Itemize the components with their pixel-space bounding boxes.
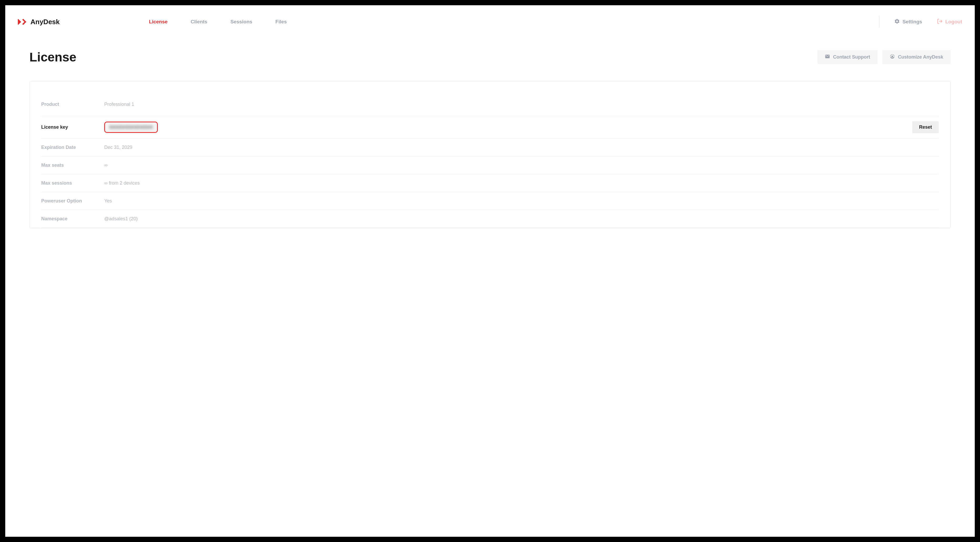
page-head: License Contact Support Customize AnyDes… (29, 50, 951, 64)
nav-logout[interactable]: Logout (937, 18, 962, 25)
topbar: AnyDesk License Clients Sessions Files S… (5, 5, 975, 34)
value-license-key: XXXXXXXXXXXXXX (104, 122, 912, 133)
page-title: License (29, 50, 76, 64)
label-namespace: Namespace (41, 216, 104, 222)
row-namespace: Namespace @adsales1 (20) (41, 210, 939, 228)
nav-sessions[interactable]: Sessions (230, 19, 252, 25)
row-poweruser: Poweruser Option Yes (41, 192, 939, 210)
row-license-key: License key XXXXXXXXXXXXXX Reset (41, 116, 939, 139)
settings-label: Settings (902, 19, 922, 25)
gear-icon (894, 18, 900, 25)
brand-name: AnyDesk (30, 18, 60, 26)
mail-icon (825, 54, 830, 60)
license-card: Product Professional 1 License key XXXXX… (29, 81, 951, 228)
anydesk-logo-icon (18, 18, 29, 25)
logo[interactable]: AnyDesk (18, 18, 60, 26)
contact-support-label: Contact Support (833, 54, 870, 60)
svg-rect-0 (18, 19, 21, 25)
value-max-seats: ∞ (104, 162, 939, 168)
customize-label: Customize AnyDesk (898, 54, 943, 60)
value-namespace: @adsales1 (20) (104, 216, 939, 222)
label-expiration: Expiration Date (41, 145, 104, 150)
customize-anydesk-button[interactable]: Customize AnyDesk (882, 50, 951, 64)
main-nav: License Clients Sessions Files (149, 19, 287, 25)
label-poweruser: Poweruser Option (41, 198, 104, 204)
page-actions: Contact Support Customize AnyDesk (818, 50, 951, 64)
nav-files[interactable]: Files (275, 19, 287, 25)
nav-divider (879, 16, 880, 28)
row-expiration: Expiration Date Dec 31, 2029 (41, 139, 939, 156)
label-max-sessions: Max sessions (41, 180, 104, 186)
label-license-key: License key (41, 124, 104, 130)
customize-icon (890, 54, 895, 60)
label-max-seats: Max seats (41, 162, 104, 168)
reset-button[interactable]: Reset (912, 121, 939, 133)
label-product: Product (41, 102, 104, 107)
row-max-sessions: Max sessions ∞ from 2 devices (41, 174, 939, 192)
nav-settings[interactable]: Settings (894, 18, 922, 25)
license-key-blurred: XXXXXXXXXXXXXX (109, 125, 153, 130)
row-max-seats: Max seats ∞ (41, 156, 939, 174)
license-key-action: Reset (912, 121, 939, 133)
app-window: AnyDesk License Clients Sessions Files S… (5, 5, 975, 537)
value-product: Professional 1 (104, 102, 939, 107)
license-key-highlight: XXXXXXXXXXXXXX (104, 122, 158, 133)
logout-icon (937, 18, 943, 25)
content: License Contact Support Customize AnyDes… (5, 34, 975, 228)
nav-right: Settings Logout (879, 16, 962, 28)
value-expiration: Dec 31, 2029 (104, 145, 939, 150)
value-poweruser: Yes (104, 198, 939, 204)
nav-clients[interactable]: Clients (191, 19, 207, 25)
row-product: Product Professional 1 (41, 98, 939, 116)
value-max-sessions: ∞ from 2 devices (104, 180, 939, 186)
nav-license[interactable]: License (149, 19, 167, 25)
contact-support-button[interactable]: Contact Support (818, 50, 878, 64)
logout-label: Logout (945, 19, 962, 25)
